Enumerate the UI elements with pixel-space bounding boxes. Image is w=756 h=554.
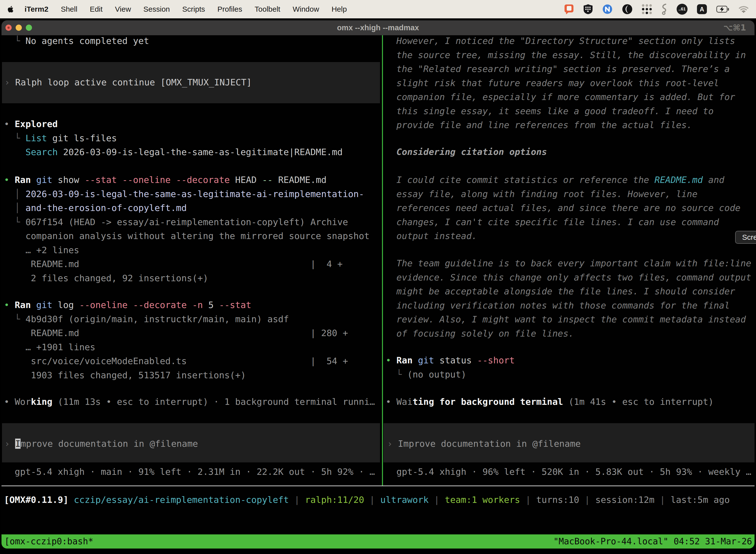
apple-menu-icon[interactable] bbox=[7, 5, 14, 13]
menu-item-scripts[interactable]: Scripts bbox=[182, 5, 205, 13]
menu-items: iTerm2 Shell Edit View Session Scripts P… bbox=[24, 5, 347, 13]
timer-badge-icon[interactable]: ..61 bbox=[677, 4, 688, 15]
omx-status-bar: [OMX#0.11.9] cczip/essay/ai-reimplementa… bbox=[4, 493, 730, 507]
close-button[interactable] bbox=[5, 24, 12, 31]
tmux-status-bar: [omx-cczip0:bash* "MacBook-Pro-44.local"… bbox=[1, 535, 755, 549]
git-status-block: • Ran git status --short └ (no output) bbox=[386, 353, 515, 382]
git-show-block: • Ran git show --stat --oneline --decora… bbox=[4, 173, 370, 285]
left-model-status-line: gpt-5.4 xhigh · main · 91% left · 2.31M … bbox=[4, 465, 375, 479]
window-titlebar[interactable]: omx --xhigh --madmax ⌥⌘1 bbox=[1, 20, 755, 35]
menu-item-window[interactable]: Window bbox=[293, 5, 319, 13]
menu-status-icons: ..61 A bbox=[564, 3, 749, 15]
screenshot-app-icon[interactable] bbox=[564, 4, 574, 14]
menu-item-toolbelt[interactable]: Toolbelt bbox=[255, 5, 280, 13]
menu-item-iterm2[interactable]: iTerm2 bbox=[24, 5, 48, 13]
shield-grid-icon[interactable] bbox=[583, 4, 593, 14]
status-divider-line bbox=[1, 486, 755, 486]
menu-item-edit[interactable]: Edit bbox=[90, 5, 103, 13]
window-title: omx --xhigh --madmax bbox=[1, 20, 755, 35]
wifi-icon[interactable] bbox=[739, 5, 749, 13]
ralph-inject-banner: › Ralph loop active continue [OMX_TMUX_I… bbox=[2, 62, 380, 103]
menu-item-shell[interactable]: Shell bbox=[61, 5, 77, 13]
input-source-icon[interactable]: A bbox=[697, 4, 707, 14]
reasoning-paragraph-1: However, I noticed the "Directory Struct… bbox=[386, 35, 746, 132]
menu-item-help[interactable]: Help bbox=[332, 5, 347, 13]
tmux-session-label: [omx-cczip0:bash* bbox=[4, 535, 93, 549]
explored-block: • Explored └ List git ls-files Search 20… bbox=[4, 117, 342, 159]
agents-completed-line: └ No agents completed yet bbox=[4, 35, 149, 48]
terminal-area: └ No agents completed yet › Ralph loop a… bbox=[1, 35, 755, 549]
left-agent-pane: └ No agents completed yet › Ralph loop a… bbox=[1, 35, 382, 549]
macos-menu-bar: iTerm2 Shell Edit View Session Scripts P… bbox=[0, 0, 756, 18]
minimize-button[interactable] bbox=[16, 24, 22, 31]
squiggle-icon[interactable] bbox=[661, 3, 667, 15]
iterm2-window: omx --xhigh --madmax ⌥⌘1 └ No agents com… bbox=[1, 20, 755, 549]
dots-grid-icon[interactable] bbox=[642, 4, 652, 14]
zoom-button[interactable] bbox=[26, 24, 32, 31]
reasoning-paragraph-3: The team guideline is to back every impo… bbox=[386, 257, 751, 340]
pane-divider[interactable] bbox=[382, 35, 383, 486]
left-prompt-input[interactable]: › Improve documentation in @filename bbox=[2, 423, 380, 462]
right-agent-pane: However, I noticed the "Directory Struct… bbox=[386, 35, 755, 549]
battery-icon[interactable] bbox=[716, 6, 729, 13]
working-status-line: • Working (11m 13s • esc to interrupt) ·… bbox=[4, 395, 375, 409]
waiting-status-line: • Waiting for background terminal (1m 41… bbox=[386, 395, 713, 409]
verified-badge-icon[interactable] bbox=[602, 4, 613, 14]
git-log-block: • Ran git log --oneline --decorate -n 5 … bbox=[4, 298, 348, 382]
menu-item-profiles[interactable]: Profiles bbox=[217, 5, 242, 13]
traffic-lights bbox=[5, 24, 32, 31]
reasoning-heading: Considering citation options bbox=[386, 145, 547, 159]
screen-overlay-button[interactable]: Scre bbox=[735, 231, 756, 244]
launcher-icon[interactable] bbox=[622, 4, 632, 14]
right-prompt-input[interactable]: › Improve documentation in @filename bbox=[383, 423, 755, 462]
input-source-label: A bbox=[700, 6, 704, 13]
tmux-host-clock: "MacBook-Pro-44.local" 04:52 31-Mar-26 bbox=[553, 535, 752, 549]
menu-item-view[interactable]: View bbox=[115, 5, 131, 13]
right-model-status-line: gpt-5.4 xhigh · 96% left · 520K in · 5.8… bbox=[386, 465, 751, 479]
reasoning-paragraph-2: I could cite commit statistics or refere… bbox=[386, 173, 740, 243]
window-shortcut-badge: ⌥⌘1 bbox=[723, 20, 746, 35]
timer-badge-label: ..61 bbox=[679, 7, 686, 12]
menu-item-session[interactable]: Session bbox=[143, 5, 170, 13]
